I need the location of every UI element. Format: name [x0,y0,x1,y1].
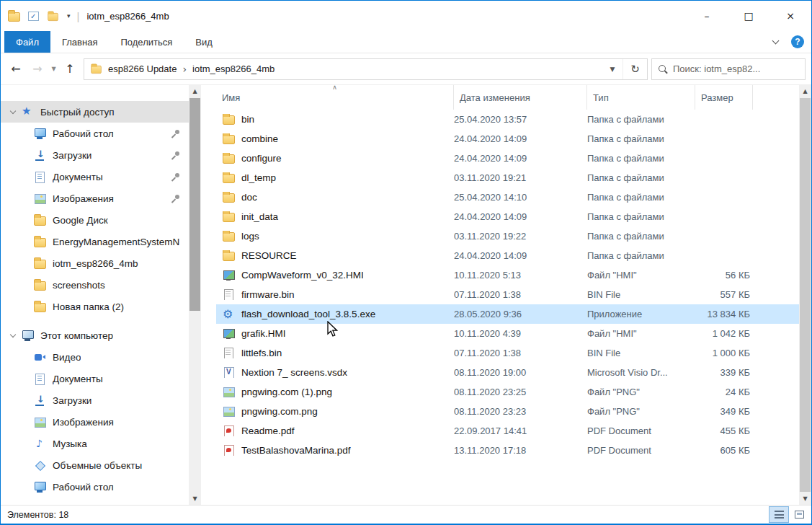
file-row[interactable]: init_data24.04.2020 14:09Папка с файлами [216,207,799,226]
file-type: BIN File [587,289,695,300]
history-caret-icon[interactable]: ▼ [48,66,59,72]
view-toggles [769,506,809,523]
file-row[interactable]: Nextion 7_ screens.vsdx08.11.2020 19:00M… [216,363,799,382]
right-scrollbar[interactable]: ▲ ▼ [799,85,811,505]
search-input[interactable] [673,63,798,74]
file-type: Папка с файлами [587,114,695,125]
sidebar-item-14[interactable]: Изображения [1,411,189,433]
file-type: Файл "PNG" [587,387,695,397]
column-header-1[interactable]: Дата изменения [454,85,587,110]
quick-access-folder-icon[interactable] [48,12,58,20]
column-header-3[interactable]: Размер [695,85,753,110]
scrollbar-thumb[interactable] [800,98,811,492]
close-button[interactable]: × [769,1,811,31]
file-date: 10.11.2020 5:13 [454,270,587,281]
refresh-button[interactable]: ↻ [623,59,647,79]
file-row[interactable]: dl_temp03.11.2020 19:21Папка с файлами [216,168,799,188]
scroll-down-icon[interactable]: ▼ [189,493,201,505]
sidebar-item-15[interactable]: Музыка [1,433,189,454]
thumbnails-view-button[interactable] [789,506,809,523]
file-row[interactable]: pngwing.com.png08.11.2020 23:23Файл "PNG… [216,402,799,421]
file-date: 08.11.2020 23:25 [454,387,587,397]
quick-access-caret-icon[interactable]: ▾ [67,12,71,19]
sidebar-item-13[interactable]: Загрузки [1,389,189,411]
file-name: configure [241,153,282,164]
file-name: firmware.bin [241,289,295,300]
file-name-cell: littlefs.bin [216,348,454,358]
sidebar-item-12[interactable]: Документы [1,368,189,389]
scroll-down-icon[interactable]: ▼ [799,493,811,505]
tab-2[interactable]: Поделиться [109,31,184,53]
sidebar-item-16[interactable]: Объемные объекты [1,454,189,476]
file-row[interactable]: bin25.04.2020 13:57Папка с файлами [216,110,799,129]
minimize-button[interactable]: – [686,1,728,31]
monitor-icon [34,482,46,493]
file-type: Папка с файлами [587,192,695,203]
file-date: 07.11.2020 1:38 [454,289,587,300]
maximize-button[interactable]: □ [728,1,769,31]
sidebar-item-1[interactable]: Рабочий стол [1,123,189,144]
file-size: 1 000 КБ [695,348,753,358]
breadcrumb-item[interactable]: esp8266 Update [102,63,182,74]
address-bar[interactable]: esp8266 Update›iotm_esp8266_4mb ▼ ↻ [84,58,648,80]
file-row[interactable]: RESOURCE24.04.2020 14:09Папка с файлами [216,246,799,265]
help-icon[interactable]: ? [791,35,804,48]
file-date: 24.04.2020 14:09 [454,133,587,144]
sidebar-item-10[interactable]: Этот компьютер [1,325,189,346]
sidebar-item-4[interactable]: Изображения [1,188,189,209]
file-row[interactable]: logs03.11.2020 19:22Папка с файлами [216,226,799,246]
sidebar-item-6[interactable]: EnergyManagementSystemN [1,231,189,252]
tab-0[interactable]: Файл [4,31,50,53]
details-view-button[interactable] [769,506,789,523]
up-button[interactable]: ↑ [59,58,81,80]
scroll-up-icon[interactable]: ▲ [799,85,811,97]
tab-3[interactable]: Вид [184,31,224,53]
file-row[interactable]: grafik.HMI10.11.2020 4:39Файл "HMI"1 042… [216,324,799,343]
file-row[interactable]: combine24.04.2020 14:09Папка с файлами [216,129,799,149]
file-size: 605 КБ [695,445,753,456]
address-dropdown-icon[interactable]: ▼ [602,66,623,73]
file-size: 1 042 КБ [695,328,753,339]
search-box[interactable] [651,58,806,80]
file-type: Папка с файлами [587,211,695,222]
sidebar-item-2[interactable]: Загрузки [1,144,189,166]
file-name-cell: combine [216,133,454,144]
file-row[interactable]: pngwing.com (1).png08.11.2020 23:25Файл … [216,382,799,402]
sidebar-item-9[interactable]: Новая папка (2) [1,296,189,317]
file-row[interactable]: firmware.bin07.11.2020 1:38BIN File557 К… [216,285,799,304]
column-header-0[interactable]: Имя∧ [216,85,454,110]
breadcrumb-item[interactable]: iotm_esp8266_4mb [187,63,280,74]
sidebar-item-label: Рабочий стол [53,128,114,139]
quick-access-check-icon[interactable] [28,12,39,21]
file-row[interactable]: CompWaveform_v0_32.HMI10.11.2020 5:13Фай… [216,265,799,285]
sidebar-item-17[interactable]: Рабочий стол [1,476,189,498]
chevron-down-icon[interactable] [9,107,18,116]
file-row[interactable]: doc25.04.2020 14:10Папка с файлами [216,188,799,207]
sidebar-item-8[interactable]: screenshots [1,274,189,296]
tab-1[interactable]: Главная [50,31,109,53]
sidebar-item-5[interactable]: Google Диск [1,209,189,231]
ribbon-expand-chevron-icon[interactable] [772,38,780,46]
file-row[interactable]: littlefs.bin07.11.2020 1:38BIN File1 000… [216,343,799,363]
sidebar-scrollbar[interactable]: ▲ ▼ [189,85,201,505]
status-bar: Элементов: 18 [1,505,811,524]
file-row[interactable]: Readme.pdf22.09.2017 14:41PDF Document45… [216,421,799,441]
file-row[interactable]: configure24.04.2020 14:09Папка с файлами [216,149,799,168]
scroll-up-icon[interactable]: ▲ [189,85,201,97]
sidebar-item-0[interactable]: Быстрый доступ [1,101,189,123]
column-header-2[interactable]: Тип [587,85,695,110]
file-row[interactable]: flash_download_tool_3.8.5.exe28.05.2020 … [216,304,799,324]
file-date: 08.11.2020 23:23 [454,406,587,417]
back-button[interactable]: ← [5,58,27,80]
sidebar-item-3[interactable]: Документы [1,166,189,188]
chevron-down-icon[interactable] [9,331,18,340]
file-name: grafik.HMI [241,328,286,339]
forward-button[interactable]: → [27,58,48,80]
column-header-label: Дата изменения [454,92,530,103]
sidebar-item-11[interactable]: Видео [1,346,189,368]
scrollbar-thumb[interactable] [189,98,200,311]
file-row[interactable]: TestBalashovaMarina.pdf13.11.2020 17:18P… [216,441,799,460]
file-list: bin25.04.2020 13:57Папка с файламиcombin… [216,110,799,505]
visio-icon [223,367,235,378]
sidebar-item-7[interactable]: iotm_esp8266_4mb [1,252,189,274]
